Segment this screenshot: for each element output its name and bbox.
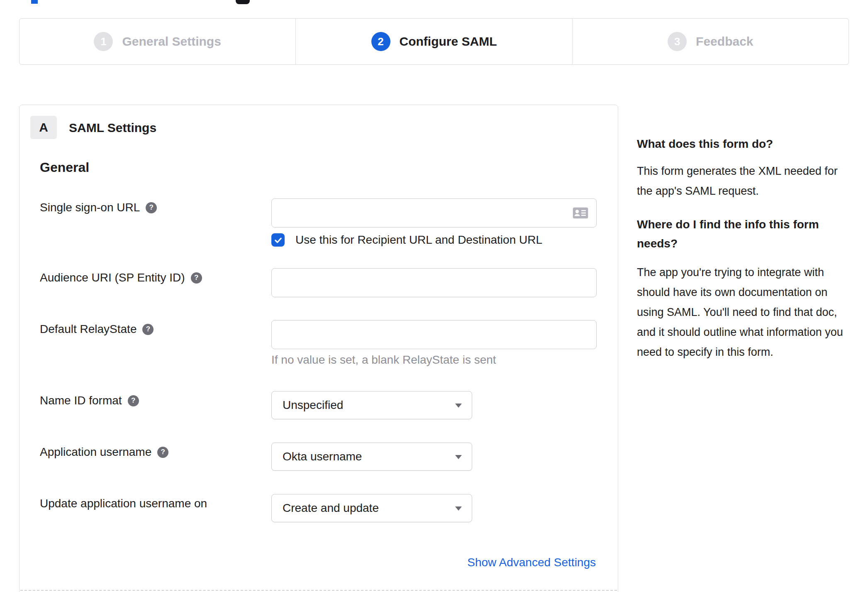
application-username-label-row: Application username ?	[40, 445, 168, 459]
relay-state-input[interactable]	[271, 320, 597, 349]
contact-card-icon[interactable]	[573, 207, 588, 219]
section-dashed-divider	[20, 590, 617, 591]
section-title: SAML Settings	[69, 121, 156, 135]
recipient-url-checkbox-label: Use this for Recipient URL and Destinati…	[295, 233, 542, 247]
name-id-format-label-row: Name ID format ?	[40, 394, 139, 407]
update-username-selected-value: Create and update	[283, 501, 379, 515]
help-icon[interactable]: ?	[128, 395, 139, 406]
help-icon[interactable]: ?	[142, 324, 154, 335]
sso-url-label-row: Single sign-on URL ?	[40, 201, 157, 214]
saml-settings-panel: A SAML Settings General Single sign-on U…	[19, 105, 618, 592]
chevron-down-icon	[455, 404, 462, 408]
wizard-stepper: 1 General Settings 2 Configure SAML 3 Fe…	[19, 18, 849, 65]
application-username-select[interactable]: Okta username	[271, 443, 472, 471]
application-username-selected-value: Okta username	[283, 450, 362, 463]
name-id-format-label: Name ID format	[40, 394, 122, 407]
cropped-logo-fragment	[31, 0, 38, 4]
audience-uri-label-row: Audience URI (SP Entity ID) ?	[40, 271, 202, 284]
sso-url-input[interactable]	[271, 198, 597, 228]
step-label: Configure SAML	[400, 34, 497, 49]
chevron-down-icon	[455, 506, 462, 511]
application-username-label: Application username	[40, 445, 151, 459]
relay-state-label-row: Default RelayState ?	[40, 323, 154, 336]
show-advanced-settings-link[interactable]: Show Advanced Settings	[467, 556, 596, 569]
audience-uri-input[interactable]	[271, 268, 597, 297]
audience-uri-label: Audience URI (SP Entity ID)	[40, 271, 185, 284]
cropped-ui-fragment	[236, 0, 250, 4]
step-number-badge: 1	[94, 32, 113, 51]
update-username-select[interactable]: Create and update	[271, 494, 472, 522]
help-icon[interactable]: ?	[191, 272, 202, 284]
update-username-label-row: Update application username on	[40, 497, 207, 510]
name-id-format-selected-value: Unspecified	[283, 399, 343, 412]
sso-url-input-wrap	[271, 198, 597, 228]
name-id-format-select[interactable]: Unspecified	[271, 391, 472, 419]
help-sidebar: What does this form do? This form genera…	[637, 136, 852, 362]
recipient-url-checkbox[interactable]	[271, 233, 285, 247]
update-username-label: Update application username on	[40, 497, 207, 510]
checkmark-icon	[273, 235, 283, 245]
help-icon[interactable]: ?	[157, 447, 168, 458]
help-question-2: Where do I find the info this form needs…	[637, 215, 852, 253]
relay-state-hint: If no value is set, a blank RelayState i…	[271, 353, 496, 367]
sso-url-label: Single sign-on URL	[40, 201, 140, 214]
step-configure-saml[interactable]: 2 Configure SAML	[295, 19, 572, 64]
help-answer-2: The app you're trying to integrate with …	[637, 262, 852, 362]
relay-state-label: Default RelayState	[40, 323, 137, 336]
step-general-settings[interactable]: 1 General Settings	[20, 19, 295, 64]
subsection-title: General	[40, 160, 89, 175]
sso-checkbox-row: Use this for Recipient URL and Destinati…	[271, 233, 542, 247]
step-label: Feedback	[696, 34, 753, 49]
step-label: General Settings	[122, 34, 221, 49]
help-question-1: What does this form do?	[637, 136, 852, 152]
step-number-badge: 2	[371, 32, 390, 51]
step-number-badge: 3	[668, 32, 687, 51]
help-icon[interactable]: ?	[146, 202, 157, 213]
section-letter-badge: A	[30, 116, 57, 139]
chevron-down-icon	[455, 455, 462, 459]
step-feedback[interactable]: 3 Feedback	[572, 19, 848, 64]
help-answer-1: This form generates the XML needed for t…	[637, 161, 852, 201]
